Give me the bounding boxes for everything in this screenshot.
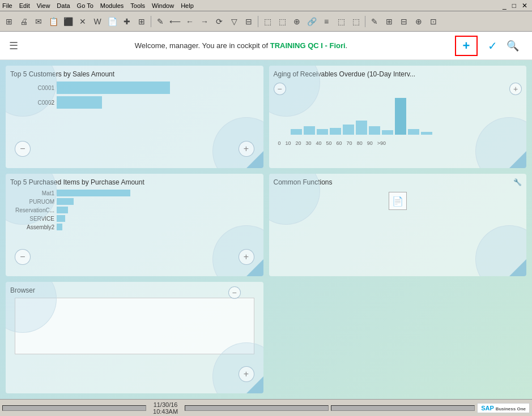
toolbar-btn-6[interactable]: ✕ bbox=[76, 15, 90, 28]
toolbar-btn-20[interactable]: ⊕ bbox=[290, 15, 304, 28]
aging-bar-gt90 bbox=[421, 132, 432, 135]
aging-bar-20 bbox=[317, 129, 328, 135]
aging-bar-0 bbox=[291, 129, 302, 135]
menu-window[interactable]: Window bbox=[152, 2, 174, 9]
purchased-bar-4 bbox=[57, 215, 65, 222]
aging-bar-30 bbox=[330, 128, 341, 135]
cf-corner-decoration bbox=[509, 259, 526, 276]
toolbar-btn-27[interactable]: ⊟ bbox=[397, 15, 411, 28]
purchased-bar-3 bbox=[57, 207, 68, 213]
aging-minus-button[interactable]: − bbox=[274, 83, 286, 95]
aging-chart bbox=[291, 95, 505, 135]
restore-button[interactable]: □ bbox=[510, 2, 518, 10]
customers-minus-button[interactable]: − bbox=[15, 141, 31, 157]
close-button[interactable]: ✕ bbox=[520, 2, 530, 10]
menu-goto[interactable]: Go To bbox=[77, 2, 93, 9]
menu-edit[interactable]: Edit bbox=[19, 2, 30, 9]
browser-plus-button[interactable]: + bbox=[239, 366, 254, 382]
toolbar-btn-28[interactable]: ⊕ bbox=[412, 15, 425, 28]
toolbar-btn-26[interactable]: ⊞ bbox=[382, 15, 396, 28]
cf-circle-tl bbox=[269, 174, 320, 225]
browser-minus-button[interactable]: − bbox=[228, 286, 241, 299]
aging-bar-90 bbox=[408, 129, 419, 135]
top-customers-card: Top 5 Customers by Sales Amount C0001 C0… bbox=[6, 66, 263, 168]
minimize-button[interactable]: _ bbox=[500, 2, 509, 10]
toolbar-btn-5[interactable]: ⬛ bbox=[61, 15, 75, 28]
header-title: Welcome, manager. You are in cockpit of … bbox=[27, 41, 455, 50]
aging-bar-70 bbox=[382, 130, 393, 135]
toolbar-btn-4[interactable]: 📋 bbox=[46, 15, 60, 28]
toolbar-btn-13[interactable]: ← bbox=[183, 15, 197, 28]
customer-row-1: C0001 bbox=[33, 82, 259, 94]
toolbar-btn-11[interactable]: ✎ bbox=[154, 15, 167, 28]
header-bar: ☰ Welcome, manager. You are in cockpit o… bbox=[0, 32, 532, 60]
check-button[interactable]: ✓ bbox=[482, 36, 503, 56]
toolbar-btn-29[interactable]: ⊡ bbox=[427, 15, 440, 28]
purchased-bar-1 bbox=[57, 190, 130, 196]
cockpit-link[interactable]: TRAINING QC I - Fiori bbox=[270, 41, 346, 50]
toolbar-btn-10[interactable]: ⊞ bbox=[135, 15, 148, 28]
purchased-row-4: SERVICE bbox=[15, 215, 254, 222]
purchased-plus-button[interactable]: + bbox=[239, 249, 254, 265]
sap-logo: SAP Business One bbox=[477, 403, 530, 413]
aging-bar-40 bbox=[343, 125, 354, 135]
aging-bar-10 bbox=[304, 126, 315, 135]
toolbar-btn-19[interactable]: ⬚ bbox=[275, 15, 289, 28]
menu-tools[interactable]: Tools bbox=[130, 2, 145, 9]
toolbar-btn-22[interactable]: ≡ bbox=[320, 15, 333, 28]
menu-view[interactable]: View bbox=[37, 2, 50, 9]
aging-card: Aging of Receivables Overdue (10-Day Int… bbox=[269, 66, 527, 168]
purchased-row-5: Assembly2 bbox=[15, 224, 254, 230]
toolbar-btn-7[interactable]: W bbox=[91, 15, 104, 28]
status-progress-1 bbox=[2, 405, 146, 411]
toolbar-btn-16[interactable]: ▽ bbox=[227, 15, 241, 28]
toolbar-separator-2 bbox=[258, 16, 258, 27]
purchased-bar-2 bbox=[57, 198, 74, 205]
menu-file[interactable]: File bbox=[2, 2, 12, 9]
status-progress-2 bbox=[185, 405, 329, 411]
main-content: Top 5 Customers by Sales Amount C0001 C0… bbox=[0, 60, 532, 399]
toolbar-btn-2[interactable]: 🖨 bbox=[17, 15, 31, 28]
aging-bar-50 bbox=[356, 121, 367, 135]
customer-row-2: C0002 bbox=[33, 96, 259, 109]
aging-bar-60 bbox=[369, 126, 380, 135]
purchased-label-5: Assembly2 bbox=[15, 224, 54, 230]
toolbar-btn-8[interactable]: 📄 bbox=[105, 15, 119, 28]
toolbar-btn-25[interactable]: ✎ bbox=[368, 15, 381, 28]
customer-bar-1 bbox=[57, 82, 170, 94]
status-progress-3 bbox=[331, 405, 475, 411]
toolbar-btn-21[interactable]: 🔗 bbox=[305, 15, 318, 28]
menu-help[interactable]: Help bbox=[181, 2, 194, 9]
toolbar-btn-1[interactable]: ⊞ bbox=[2, 15, 16, 28]
toolbar: ⊞ 🖨 ✉ 📋 ⬛ ✕ W 📄 ✚ ⊞ ✎ ⟵ ← → ⟳ ▽ ⊟ ⬚ ⬚ ⊕ … bbox=[0, 11, 532, 32]
status-date: 11/30/16 10:43AM bbox=[148, 401, 182, 415]
wrench-icon[interactable]: 🔧 bbox=[513, 178, 522, 186]
purchased-minus-button[interactable]: − bbox=[15, 249, 31, 265]
toolbar-btn-23[interactable]: ⬚ bbox=[334, 15, 348, 28]
aging-bar-80 bbox=[395, 98, 406, 135]
circle-decoration-tl bbox=[6, 66, 57, 117]
toolbar-btn-18[interactable]: ⬚ bbox=[261, 15, 274, 28]
menu-modules[interactable]: Modules bbox=[100, 2, 124, 9]
customers-plus-button[interactable]: + bbox=[239, 141, 254, 157]
toolbar-btn-3[interactable]: ✉ bbox=[32, 15, 45, 28]
toolbar-btn-12[interactable]: ⟵ bbox=[168, 15, 182, 28]
toolbar-separator-3 bbox=[365, 16, 365, 27]
common-functions-card: Common Functions 🔧 📄 bbox=[269, 174, 527, 276]
welcome-text: Welcome, manager. You are in cockpit of bbox=[135, 41, 270, 50]
toolbar-btn-14[interactable]: → bbox=[198, 15, 211, 28]
toolbar-btn-15[interactable]: ⟳ bbox=[212, 15, 226, 28]
purchased-card: Top 5 Purchased Items by Purchase Amount… bbox=[6, 174, 263, 276]
toolbar-btn-9[interactable]: ✚ bbox=[120, 15, 134, 28]
aging-plus-button[interactable]: + bbox=[509, 83, 522, 95]
toolbar-separator-1 bbox=[151, 16, 151, 27]
toolbar-btn-17[interactable]: ⊟ bbox=[242, 15, 256, 28]
status-bar: 11/30/16 10:43AM SAP Business One bbox=[0, 399, 532, 416]
toolbar-btn-24[interactable]: ⬚ bbox=[349, 15, 363, 28]
hamburger-icon[interactable]: ☰ bbox=[9, 40, 18, 52]
menu-data[interactable]: Data bbox=[57, 2, 70, 9]
add-button[interactable]: + bbox=[455, 36, 478, 56]
func-icon-1[interactable]: 📄 bbox=[389, 192, 407, 210]
search-button[interactable]: 🔍 bbox=[503, 36, 523, 56]
purchased-bar-5 bbox=[57, 224, 62, 230]
